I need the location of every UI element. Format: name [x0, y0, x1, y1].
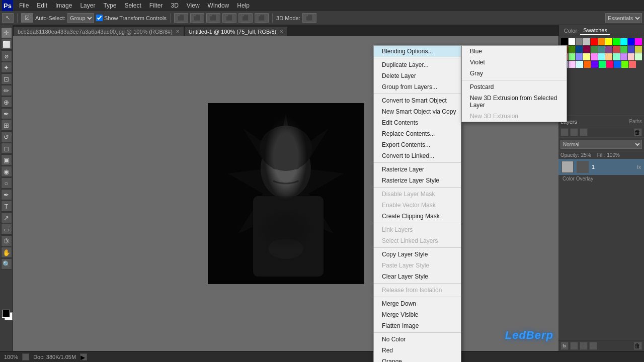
swatch-lilac[interactable]	[569, 61, 576, 68]
swatch-magenta[interactable]	[635, 38, 642, 45]
swatch-lavender[interactable]	[576, 53, 583, 60]
ctx-convert-linked[interactable]: Convert to Linked...	[374, 150, 461, 161]
trash-icon[interactable]: 🗑	[634, 342, 642, 350]
ctx-flatten-image[interactable]: Flatten Image	[374, 320, 461, 331]
swatch-teal[interactable]	[598, 46, 605, 53]
swatch-ice[interactable]	[576, 61, 583, 68]
menu-help[interactable]: Help	[233, 1, 254, 10]
ctx-create-clipping-mask[interactable]: Create Clipping Mask	[374, 211, 461, 222]
magic-wand-tool[interactable]: ✦	[1, 62, 12, 73]
ctx-convert-smart-object[interactable]: Convert to Smart Object	[374, 95, 461, 106]
swatch-gray[interactable]	[576, 38, 583, 45]
sub-violet[interactable]: Violet	[462, 57, 567, 68]
swatch-mint[interactable]	[569, 53, 576, 60]
swatch-purple[interactable]	[605, 46, 612, 53]
align-left-btn[interactable]: ⬛	[174, 13, 188, 23]
swatch-tangerine[interactable]	[584, 61, 591, 68]
swatch-green[interactable]	[613, 38, 620, 45]
swatch-aqua[interactable]	[613, 53, 620, 60]
sub-new-3d-extrusion-selected[interactable]: New 3D Extrusion from Selected Layer	[462, 93, 567, 111]
align-center-btn[interactable]: ⬛	[190, 13, 204, 23]
blur-tool[interactable]: ◉	[1, 166, 12, 177]
swatches-tab[interactable]: Swatches	[580, 26, 610, 35]
menu-view[interactable]: View	[183, 1, 204, 10]
swatch-cream[interactable]	[583, 53, 590, 60]
ctx-duplicate-layer[interactable]: Duplicate Layer...	[374, 59, 461, 70]
swatch-yellow[interactable]	[605, 38, 612, 45]
ctx-rasterize-layer-style[interactable]: Rasterize Layer Style	[374, 175, 461, 186]
menu-window[interactable]: Window	[204, 1, 233, 10]
delete-layer-icon[interactable]: 🗑	[634, 128, 642, 136]
swatch-peach[interactable]	[605, 53, 612, 60]
swatch-silver[interactable]	[583, 38, 590, 45]
swatch-sky[interactable]	[598, 53, 605, 60]
lasso-tool[interactable]: ⌀	[1, 50, 12, 61]
gradient-tool[interactable]: ▣	[1, 154, 12, 165]
ctx-clear-layer-style[interactable]: Clear Layer Style	[374, 271, 461, 282]
menu-type[interactable]: Type	[99, 1, 120, 10]
auto-select-checkbox[interactable]: ☑	[21, 13, 33, 23]
swatch-chartreuse[interactable]	[621, 61, 628, 68]
ctx-rasterize-layer[interactable]: Rasterize Layer	[374, 164, 461, 175]
sub-gray[interactable]: Gray	[462, 68, 567, 79]
lock-position-icon[interactable]	[580, 128, 588, 136]
swatch-forest[interactable]	[591, 46, 598, 53]
ctx-blending-options[interactable]: Blending Options...	[374, 46, 461, 57]
swatch-emerald[interactable]	[599, 61, 606, 68]
align-middle-btn[interactable]: ⬛	[238, 13, 253, 23]
ctx-delete-layer[interactable]: Delete Layer	[374, 70, 461, 81]
eraser-tool[interactable]: ◻	[1, 143, 12, 154]
new-layer-icon[interactable]	[589, 342, 597, 350]
ctx-red[interactable]: Red	[374, 345, 461, 356]
ctx-merge-down[interactable]: Merge Down	[374, 298, 461, 309]
autoselect-dropdown[interactable]: Group Layer	[67, 13, 94, 23]
3d-mode-btn[interactable]: ⬛	[302, 13, 316, 23]
swatch-azure[interactable]	[614, 61, 621, 68]
align-bottom-btn[interactable]: ⬛	[255, 13, 269, 23]
history-brush-tool[interactable]: ↺	[1, 131, 12, 142]
menu-filter[interactable]: Filter	[145, 1, 167, 10]
text-tool[interactable]: T	[1, 201, 12, 212]
lock-all-icon[interactable]	[560, 128, 569, 136]
ctx-orange[interactable]: Orange	[374, 356, 461, 362]
swatch-coral[interactable]	[629, 61, 636, 68]
swatch-white[interactable]	[569, 38, 576, 45]
ctx-merge-visible[interactable]: Merge Visible	[374, 309, 461, 320]
dodge-tool[interactable]: ○	[1, 177, 12, 189]
swatch-blue[interactable]	[628, 38, 635, 45]
swatch-olive[interactable]	[569, 46, 576, 53]
crop-tool[interactable]: ⊡	[1, 73, 12, 84]
swatch-gold[interactable]	[635, 46, 642, 53]
swatch-cyan[interactable]	[620, 38, 627, 45]
tab-1-close[interactable]: ✕	[279, 29, 283, 34]
swatch-blush[interactable]	[628, 53, 635, 60]
3d-tool[interactable]: ③	[1, 235, 12, 246]
zoom-tool[interactable]: 🔍	[1, 258, 12, 269]
swatch-orange[interactable]	[598, 38, 605, 45]
add-mask-icon[interactable]	[570, 342, 578, 350]
ctx-copy-layer-style[interactable]: Copy Layer Style	[374, 249, 461, 260]
swatch-navy[interactable]	[576, 46, 583, 53]
swatch-maroon[interactable]	[583, 46, 590, 53]
new-group-icon[interactable]	[580, 342, 588, 350]
move-tool[interactable]: ✛	[1, 27, 12, 38]
swatch-black[interactable]	[561, 38, 568, 45]
swatch-crimson[interactable]	[613, 46, 620, 53]
fg-color-swatch[interactable]	[2, 310, 10, 318]
menu-file[interactable]: File	[15, 1, 33, 10]
workspace-dropdown[interactable]: Essentials	[605, 13, 642, 23]
timeline-arrow[interactable]: ▶	[80, 353, 87, 360]
swatch-indigo[interactable]	[591, 61, 598, 68]
spot-healing-tool[interactable]: ⊕	[1, 97, 12, 108]
swatch-red[interactable]	[591, 38, 598, 45]
path-selection-tool[interactable]: ↗	[1, 212, 12, 223]
layer-row-1[interactable]: 1 fx	[558, 159, 644, 175]
stamp-tool[interactable]: ⊞	[1, 120, 12, 131]
menu-layer[interactable]: Layer	[76, 1, 99, 10]
move-tool-icon[interactable]: ↖	[2, 13, 14, 23]
brush-tool[interactable]: ✒	[1, 108, 12, 119]
color-tab[interactable]: Color	[561, 27, 580, 35]
swatch-sage[interactable]	[635, 53, 642, 60]
ctx-replace-contents[interactable]: Replace Contents...	[374, 128, 461, 139]
swatch-cobalt[interactable]	[628, 46, 635, 53]
